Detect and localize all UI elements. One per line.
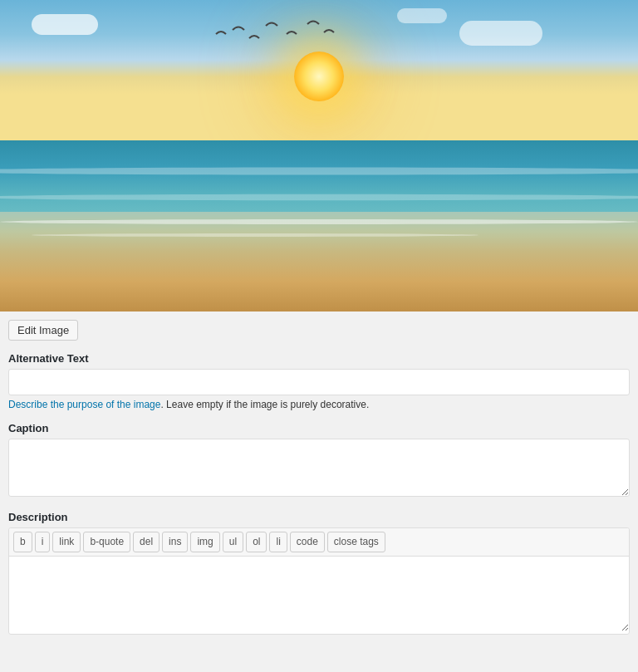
beach-scene bbox=[0, 0, 638, 311]
wave2 bbox=[0, 194, 638, 201]
description-textarea[interactable] bbox=[9, 557, 629, 631]
cloud1 bbox=[32, 14, 98, 35]
foam1 bbox=[0, 219, 638, 224]
wave1 bbox=[0, 168, 638, 175]
description-label: Description bbox=[8, 511, 630, 523]
caption-label: Caption bbox=[8, 422, 630, 434]
toolbar-btn-code[interactable]: code bbox=[290, 532, 325, 552]
shore bbox=[0, 212, 638, 311]
toolbar-btn-li[interactable]: li bbox=[269, 532, 287, 552]
cloud3 bbox=[397, 8, 447, 23]
content-area: Edit Image Alternative Text Describe the… bbox=[0, 311, 638, 655]
toolbar-btn-link[interactable]: link bbox=[52, 532, 81, 552]
description-editor: b i link b-quote del ins img ul ol li co… bbox=[8, 527, 630, 635]
toolbar-btn-b-quote[interactable]: b-quote bbox=[83, 532, 130, 552]
alternative-text-help-suffix: . Leave empty if the image is purely dec… bbox=[160, 399, 369, 410]
toolbar-btn-ul[interactable]: ul bbox=[223, 532, 243, 552]
description-toolbar: b i link b-quote del ins img ul ol li co… bbox=[9, 528, 629, 557]
caption-group: Caption bbox=[8, 422, 630, 499]
alternative-text-help-link[interactable]: Describe the purpose of the image bbox=[8, 399, 160, 410]
birds bbox=[191, 17, 357, 67]
caption-textarea[interactable] bbox=[8, 439, 630, 497]
toolbar-btn-b[interactable]: b bbox=[13, 532, 32, 552]
toolbar-btn-i[interactable]: i bbox=[35, 532, 51, 552]
toolbar-btn-close-tags[interactable]: close tags bbox=[327, 532, 385, 552]
toolbar-btn-ol[interactable]: ol bbox=[246, 532, 267, 552]
alternative-text-label: Alternative Text bbox=[8, 352, 630, 365]
image-preview bbox=[0, 0, 638, 311]
toolbar-btn-img[interactable]: img bbox=[190, 532, 219, 552]
alternative-text-group: Alternative Text Describe the purpose of… bbox=[8, 352, 630, 410]
edit-image-button[interactable]: Edit Image bbox=[8, 320, 78, 341]
description-group: Description b i link b-quote del ins img… bbox=[8, 511, 630, 635]
toolbar-btn-del[interactable]: del bbox=[133, 532, 160, 552]
alternative-text-input[interactable] bbox=[8, 369, 630, 395]
cloud2 bbox=[459, 21, 542, 46]
alternative-text-help: Describe the purpose of the image. Leave… bbox=[8, 399, 630, 410]
foam2 bbox=[32, 233, 478, 237]
main-container: Edit Image Alternative Text Describe the… bbox=[0, 0, 638, 655]
toolbar-btn-ins[interactable]: ins bbox=[162, 532, 188, 552]
